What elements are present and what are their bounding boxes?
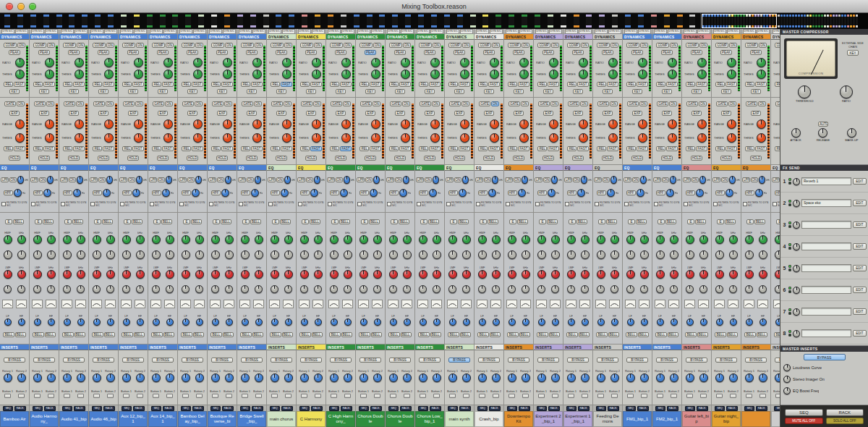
comp-button[interactable]: COMP xyxy=(330,43,343,48)
comp-fast-button[interactable]: FAST xyxy=(73,82,84,87)
insert-rotary2-knob[interactable] xyxy=(166,373,174,382)
comp-rel-button[interactable]: REL xyxy=(419,82,428,87)
insert-rotary2-knob[interactable] xyxy=(195,373,204,382)
dyn-sc-toggle[interactable]: DYN S/C xyxy=(239,29,252,34)
comp-fast-button[interactable]: FAST xyxy=(192,82,203,87)
eq-knob[interactable] xyxy=(182,250,190,259)
lpf-on-button[interactable]: ON xyxy=(365,177,373,182)
eq-hmf-freq-knob[interactable] xyxy=(63,235,72,244)
eq-knob[interactable] xyxy=(344,285,352,293)
lpf-freq-knob[interactable] xyxy=(699,176,706,184)
insert-button2[interactable] xyxy=(107,394,114,398)
eq-lf-bell-button[interactable]: BELL xyxy=(774,332,780,337)
insert-bypass-button[interactable]: BYPASS xyxy=(775,358,780,363)
filters-to-dyn-checkbox[interactable] xyxy=(684,202,688,206)
eq-knob[interactable] xyxy=(314,250,323,259)
rack-button[interactable]: RACK xyxy=(826,409,864,416)
insert-bypass-button[interactable]: BYPASS xyxy=(271,358,292,363)
eq-knob[interactable] xyxy=(581,285,589,293)
comp-fast-button[interactable]: FAST xyxy=(399,82,410,87)
gate-range-knob[interactable] xyxy=(15,119,25,129)
eq-hf-knob[interactable] xyxy=(493,318,500,326)
eq-e-button[interactable]: E xyxy=(717,219,724,224)
eq-knob[interactable] xyxy=(255,250,263,259)
insert-button2[interactable] xyxy=(582,394,588,398)
eq-knob[interactable] xyxy=(33,250,42,259)
eq-lmf-freq-knob[interactable] xyxy=(686,270,694,279)
comp-fast-button[interactable]: FAST xyxy=(43,82,54,87)
eq-hmf-freq-knob[interactable] xyxy=(478,235,487,244)
channel-rack-button[interactable]: RACK xyxy=(459,406,471,411)
eq-hf-bell-button[interactable]: BELL xyxy=(15,332,26,337)
dyn-sc-toggle[interactable]: DYN S/C xyxy=(697,29,710,34)
dyn-sc-toggle[interactable]: DYN S/C xyxy=(624,29,637,34)
hpf-freq-knob[interactable] xyxy=(103,189,111,197)
eq-e-button[interactable]: E xyxy=(569,219,576,224)
gate-exp-button[interactable]: EXP xyxy=(365,111,375,116)
eq-bell-button[interactable]: BELL xyxy=(725,219,736,224)
eq-knob[interactable] xyxy=(195,285,203,293)
eq-lmf-freq-knob[interactable] xyxy=(626,270,635,279)
insert-button2[interactable] xyxy=(641,394,647,398)
channel-name[interactable]: Audio Harmony_ xyxy=(30,411,59,427)
hpf-button[interactable]: HPF xyxy=(182,190,191,195)
gate-fast-button[interactable]: FAST xyxy=(726,146,736,151)
eq-e-button[interactable]: E xyxy=(391,219,398,224)
lpf-on-button[interactable]: ON xyxy=(39,177,46,182)
eq-knob[interactable] xyxy=(759,250,767,259)
eq-hf-bell-button[interactable]: BELL xyxy=(430,332,441,337)
comp-on-button[interactable]: ON xyxy=(610,43,618,48)
send-led-buttons[interactable] xyxy=(788,243,791,250)
gate-exp-button[interactable]: EXP xyxy=(9,111,19,116)
eq-bell-button[interactable]: BELL xyxy=(191,219,202,224)
gate-thres-knob[interactable] xyxy=(697,133,707,143)
comp-thres-knob[interactable] xyxy=(430,69,440,79)
eq-lf-knob[interactable] xyxy=(301,318,308,326)
gate-fast-button[interactable]: FAST xyxy=(548,146,558,151)
gate-fast-button[interactable]: FAST xyxy=(132,146,143,151)
insert-bypass-button[interactable]: BYPASS xyxy=(330,358,352,363)
eq-knob[interactable] xyxy=(166,285,174,293)
comp-peak-button[interactable]: PEAK xyxy=(513,50,524,55)
channel-name[interactable]: Experiment 2_bip_1 xyxy=(534,411,563,427)
lpf-freq-knob[interactable] xyxy=(373,176,380,184)
comp-thres-knob[interactable] xyxy=(75,69,84,79)
eq-bell-button[interactable]: BELL xyxy=(428,219,439,224)
eq-lf-knob[interactable] xyxy=(153,318,160,326)
eq-knob[interactable] xyxy=(656,285,664,293)
eq-knob[interactable] xyxy=(626,285,634,293)
eq-lmf-gain-knob[interactable] xyxy=(17,270,26,279)
eq-lmf-freq-knob[interactable] xyxy=(182,270,190,279)
eq-knob[interactable] xyxy=(330,285,338,293)
gate-thres-knob[interactable] xyxy=(460,133,469,143)
gate-exp-button[interactable]: EXP xyxy=(276,111,286,116)
comp-key-button[interactable]: KEY xyxy=(365,89,375,94)
lpf-button[interactable]: LPF xyxy=(179,177,187,182)
insert-rotary1-knob[interactable] xyxy=(93,373,101,382)
comp-ratio-knob[interactable] xyxy=(312,58,321,67)
eq-lf-bell-button[interactable]: BELL xyxy=(626,332,637,337)
eq-e-button[interactable]: E xyxy=(153,219,161,224)
eq-knob[interactable] xyxy=(17,250,26,259)
eq-e-button[interactable]: E xyxy=(5,219,12,224)
insert-bypass-button[interactable]: BYPASS xyxy=(93,358,114,363)
gate-exp-button[interactable]: EXP xyxy=(247,111,256,116)
send-level-knob[interactable] xyxy=(793,330,800,337)
eq-hf-bell-button[interactable]: BELL xyxy=(341,332,352,337)
eq-e-button[interactable]: E xyxy=(420,219,427,224)
hpf-button[interactable]: HPF xyxy=(567,190,576,195)
eq-lmf-freq-knob[interactable] xyxy=(63,270,72,279)
eq-lmf-freq-knob[interactable] xyxy=(359,270,368,279)
comp-rel-button[interactable]: REL xyxy=(626,82,636,87)
eq-knob[interactable] xyxy=(359,285,367,293)
eq-hmf-gain-knob[interactable] xyxy=(136,235,145,244)
insert-button1[interactable] xyxy=(746,394,752,398)
eq-knob[interactable] xyxy=(136,285,144,293)
gate-exp-button[interactable]: EXP xyxy=(662,111,671,116)
gate-hold-button[interactable]: HOLD xyxy=(157,156,169,161)
eq-lf-knob[interactable] xyxy=(420,318,427,326)
lpf-on-button[interactable]: ON xyxy=(632,177,639,182)
dyn-sc-toggle[interactable]: DYN S/C xyxy=(104,29,117,34)
eq-hmf-freq-knob[interactable] xyxy=(448,235,457,244)
eq-hf-bell-button[interactable]: BELL xyxy=(252,332,263,337)
